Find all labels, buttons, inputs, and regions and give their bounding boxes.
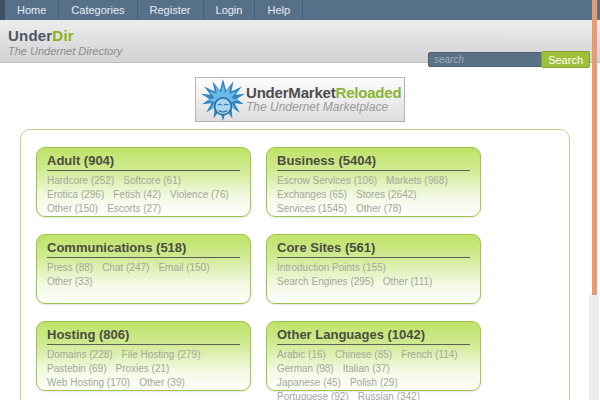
category-link[interactable]: Other (111) (383, 275, 433, 289)
banner-title-primary: UnderMarket (246, 84, 336, 101)
nav-item-help[interactable]: Help (255, 0, 303, 20)
category-link[interactable]: Japanese (45) (277, 376, 341, 390)
nav-item-register[interactable]: Register (138, 0, 204, 20)
category-links: Press (88)Chat (247)Email (150)Other (33… (47, 261, 240, 289)
category-links: Arabic (16)Chinese (85)French (114)Germa… (277, 348, 470, 400)
category-link[interactable]: Fetish (42) (113, 188, 161, 202)
nav-item-categories[interactable]: Categories (59, 0, 137, 20)
category-link[interactable]: Services (1545) (277, 202, 347, 216)
banner-subtitle: The Undernet Marketplace (246, 101, 401, 114)
category-link[interactable]: Other (39) (139, 376, 185, 390)
category-link[interactable]: Other (33) (47, 275, 93, 289)
nav-item-home[interactable]: Home (0, 0, 59, 20)
category-links: Escrow Services (106)Markets (968)Exchan… (277, 174, 470, 216)
category-title[interactable]: Other Languages (1042) (277, 327, 470, 345)
category-link[interactable]: Escrow Services (106) (277, 174, 377, 188)
category-link[interactable]: Escorts (27) (107, 202, 161, 216)
search-input[interactable] (428, 52, 543, 67)
category-links: Introduction Points (155)Search Engines … (277, 261, 470, 289)
category-link[interactable]: Domains (228) (47, 348, 113, 362)
category-title[interactable]: Communications (518) (47, 240, 240, 258)
category-link[interactable]: Proxies (21) (115, 362, 169, 376)
category-link[interactable]: Hardcore (252) (47, 174, 114, 188)
site-logo[interactable]: UnderDir (8, 27, 74, 44)
undermarket-banner[interactable]: UnderMarketReloaded The Undernet Marketp… (195, 77, 405, 122)
category-link[interactable]: Introduction Points (155) (277, 261, 386, 275)
scrollbar-track[interactable] (589, 295, 599, 400)
category-title[interactable]: Core Sites (561) (277, 240, 470, 258)
nav-item-login[interactable]: Login (204, 0, 256, 20)
category-link[interactable]: German (98) (277, 362, 334, 376)
category-link[interactable]: French (114) (401, 348, 458, 362)
category-link[interactable]: Russian (342) (358, 390, 420, 400)
site-logo-primary: Under (8, 27, 52, 44)
category-link[interactable]: Search Engines (295) (277, 275, 374, 289)
category-link[interactable]: Portuguese (92) (277, 390, 349, 400)
category-link[interactable]: Chat (247) (102, 261, 149, 275)
category-link[interactable]: Arabic (16) (277, 348, 326, 362)
category-link[interactable]: File Hosting (279) (122, 348, 201, 362)
category-link[interactable]: Italian (37) (343, 362, 390, 376)
site-tagline: The Undernet Directory (8, 45, 122, 57)
category-box: Other Languages (1042)Arabic (16)Chinese… (266, 321, 481, 391)
category-link[interactable]: Markets (968) (386, 174, 448, 188)
category-grid: Adult (904)Hardcore (252)Softcore (61)Er… (36, 147, 569, 391)
search-button[interactable]: Search (541, 51, 590, 68)
scrollbar-thumb[interactable] (592, 0, 597, 295)
spiky-character-icon (201, 78, 245, 122)
banner-text: UnderMarketReloaded The Undernet Marketp… (246, 85, 401, 114)
category-title[interactable]: Adult (904) (47, 153, 240, 171)
category-link[interactable]: Email (150) (158, 261, 209, 275)
category-link[interactable]: Pastebin (69) (47, 362, 106, 376)
category-link[interactable]: Other (78) (356, 202, 402, 216)
banner-title: UnderMarketReloaded (246, 85, 401, 101)
category-title[interactable]: Hosting (806) (47, 327, 240, 345)
site-logo-accent: Dir (52, 27, 73, 44)
site-header: UnderDir The Undernet Directory Search (0, 20, 600, 63)
category-link[interactable]: Stores (2642) (356, 188, 417, 202)
category-box: Hosting (806)Domains (228)File Hosting (… (36, 321, 251, 391)
category-links: Hardcore (252)Softcore (61)Erotica (296)… (47, 174, 240, 216)
category-link[interactable]: Other (150) (47, 202, 98, 216)
category-box: Business (5404)Escrow Services (106)Mark… (266, 147, 481, 217)
category-link[interactable]: Polish (29) (350, 376, 398, 390)
category-box: Communications (518)Press (88)Chat (247)… (36, 234, 251, 304)
banner-title-accent: Reloaded (336, 84, 402, 101)
category-link[interactable]: Exchanges (65) (277, 188, 347, 202)
nav-bar: HomeCategoriesRegisterLoginHelp (0, 0, 600, 20)
category-link[interactable]: Erotica (296) (47, 188, 104, 202)
directory-panel: Adult (904)Hardcore (252)Softcore (61)Er… (20, 129, 570, 400)
category-link[interactable]: Softcore (61) (123, 174, 181, 188)
category-box: Core Sites (561)Introduction Points (155… (266, 234, 481, 304)
category-box: Adult (904)Hardcore (252)Softcore (61)Er… (36, 147, 251, 217)
category-title[interactable]: Business (5404) (277, 153, 470, 171)
category-links: Domains (228)File Hosting (279)Pastebin … (47, 348, 240, 390)
category-link[interactable]: Press (88) (47, 261, 93, 275)
category-link[interactable]: Chinese (85) (335, 348, 392, 362)
category-link[interactable]: Violence (76) (170, 188, 229, 202)
category-link[interactable]: Web Hosting (170) (47, 376, 130, 390)
